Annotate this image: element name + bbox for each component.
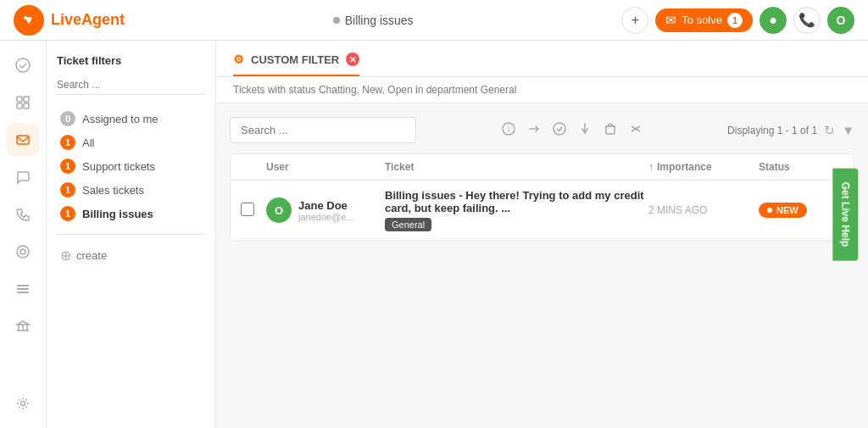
filter-badge-support: 1 <box>60 158 75 174</box>
filter-item-assigned[interactable]: 0 Assigned to me <box>57 107 205 131</box>
svg-rect-12 <box>17 292 29 293</box>
priority-button[interactable] <box>576 120 593 141</box>
svg-rect-7 <box>17 136 29 144</box>
header-right: + ✉ To solve 1 ● 📞 O <box>621 7 854 34</box>
svg-rect-17 <box>606 126 615 134</box>
filter-badge-billing: 1 <box>60 206 75 221</box>
filter-icon[interactable]: ▼ <box>842 123 854 137</box>
info-button[interactable]: i <box>500 120 517 141</box>
search-input-wrap <box>230 117 416 143</box>
row-checkbox[interactable] <box>241 203 254 216</box>
live-help-button[interactable]: Get Live Help <box>833 168 859 260</box>
ticket-subject: Billing issues - Hey there! Trying to ad… <box>385 189 648 214</box>
tickets-table: User Ticket ↑ Importance Status O <box>230 153 854 242</box>
to-solve-count: 1 <box>727 13 743 28</box>
header-center: Billing issues <box>333 14 414 27</box>
user-name: Jane Doe <box>298 199 354 212</box>
resolve-button[interactable] <box>551 120 568 141</box>
sidebar-icon-phone[interactable] <box>7 198 39 231</box>
delete-button[interactable] <box>602 120 619 141</box>
status-text: NEW <box>776 205 798 215</box>
status-badge: NEW <box>759 203 807 218</box>
svg-rect-10 <box>17 285 29 286</box>
svg-rect-3 <box>17 97 22 102</box>
sidebar-icon-check[interactable] <box>7 49 39 81</box>
toolbar-right: Displaying 1 - 1 of 1 ↻ ▼ <box>727 123 854 138</box>
row-checkbox-cell <box>241 203 266 219</box>
importance-cell: 2 MINS AGO <box>648 204 759 216</box>
col-importance[interactable]: ↑ Importance <box>648 161 759 173</box>
main-layout: Ticket filters 0 Assigned to me 1 All 1 … <box>0 41 868 428</box>
filter-badge-assigned: 0 <box>60 111 75 126</box>
to-solve-label: To solve <box>682 14 722 26</box>
table-row[interactable]: O Jane Doe janedoe@e... Billing issues -… <box>231 181 854 241</box>
sidebar-icon-settings[interactable] <box>7 387 39 420</box>
svg-point-8 <box>17 246 29 258</box>
sidebar-icon-reports[interactable] <box>7 236 39 268</box>
add-button[interactable]: + <box>621 7 648 34</box>
status-dot-icon <box>333 17 340 24</box>
transfer-button[interactable] <box>526 120 542 141</box>
svg-point-13 <box>21 402 25 406</box>
tickets-area: i <box>216 103 868 428</box>
col-checkbox <box>241 161 266 173</box>
tickets-toolbar: i <box>230 117 854 143</box>
table-header: User Ticket ↑ Importance Status <box>231 154 854 181</box>
user-avatar-button[interactable]: O <box>827 7 854 34</box>
refresh-icon[interactable]: ↻ <box>824 123 835 138</box>
filter-item-all[interactable]: 1 All <box>57 131 205 154</box>
tickets-search-input[interactable] <box>230 117 416 143</box>
main-content: ⚙ CUSTOM FILTER ✕ Tickets with status Ch… <box>216 41 868 428</box>
custom-filter-tab[interactable]: ⚙ CUSTOM FILTER ✕ <box>233 41 359 76</box>
page-title: Billing issues <box>345 14 414 27</box>
filter-label-assigned: Assigned to me <box>82 113 159 125</box>
filter-label-support: Support tickets <box>82 160 155 173</box>
logo-text: LiveAgent <box>51 11 125 29</box>
filter-label-billing: Billing issues <box>82 208 153 220</box>
svg-rect-11 <box>17 288 29 290</box>
sidebar-icon-bank[interactable] <box>7 310 39 342</box>
filter-label-sales: Sales tickets <box>82 184 144 197</box>
col-ticket: Ticket <box>385 161 648 173</box>
status-cell: NEW <box>759 203 843 218</box>
ticket-cell: Billing issues - Hey there! Trying to ad… <box>385 189 648 231</box>
svg-text:i: i <box>507 125 509 134</box>
svg-point-1 <box>24 16 27 19</box>
svg-rect-5 <box>17 103 22 108</box>
sidebar-icon-chat[interactable] <box>7 161 39 193</box>
svg-rect-4 <box>24 97 29 102</box>
logo-area: LiveAgent <box>14 5 125 36</box>
status-button[interactable]: ● <box>760 7 787 34</box>
filter-header: ⚙ CUSTOM FILTER ✕ <box>216 41 868 77</box>
col-status: Status <box>759 161 843 173</box>
call-button[interactable]: 📞 <box>793 7 821 34</box>
user-cell: O Jane Doe janedoe@e... <box>266 197 385 223</box>
col-user: User <box>266 161 385 173</box>
live-help-label: Get Live Help <box>840 181 852 247</box>
sidebar-icon-dashboard[interactable] <box>7 86 39 119</box>
toolbar-actions: i <box>500 120 644 141</box>
logo-icon <box>14 5 44 36</box>
svg-point-9 <box>20 249 25 254</box>
top-header: LiveAgent Billing issues + ✉ To solve 1 … <box>0 0 868 41</box>
displaying-label: Displaying 1 - 1 of 1 <box>727 125 817 136</box>
filter-label-all: All <box>82 136 94 149</box>
user-info: Jane Doe janedoe@e... <box>298 199 354 222</box>
filters-search-input[interactable] <box>57 75 205 95</box>
filter-close-button[interactable]: ✕ <box>346 53 359 66</box>
filter-item-support[interactable]: 1 Support tickets <box>57 154 205 178</box>
filter-subtitle: Tickets with status Chatting, New, Open … <box>216 77 868 103</box>
filters-title: Ticket filters <box>57 54 205 67</box>
filter-item-billing[interactable]: 1 Billing issues <box>57 202 205 225</box>
sidebar-icon-contacts[interactable] <box>7 273 39 305</box>
status-dot <box>767 208 772 213</box>
create-plus-icon: ⊕ <box>60 247 71 264</box>
create-filter-button[interactable]: ⊕ create <box>57 243 205 268</box>
filter-item-sales[interactable]: 1 Sales tickets <box>57 178 205 202</box>
svg-rect-6 <box>24 103 29 108</box>
sidebar-icon-email[interactable] <box>7 124 39 156</box>
to-solve-button[interactable]: ✉ To solve 1 <box>655 8 753 32</box>
more-button[interactable] <box>627 120 644 141</box>
filter-badge-all: 1 <box>60 135 75 150</box>
ticket-department: General <box>385 218 431 231</box>
